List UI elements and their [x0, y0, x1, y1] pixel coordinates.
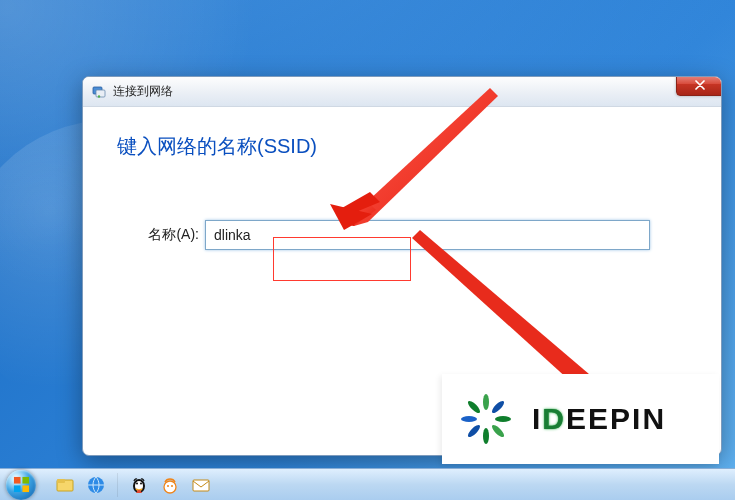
svg-marker-10 [412, 230, 596, 390]
network-icon [91, 84, 107, 100]
taskbar-mail-icon[interactable] [189, 473, 213, 497]
logo-text: IDEEPIN [532, 402, 666, 436]
taskbar-ali-icon[interactable] [158, 473, 182, 497]
svg-point-18 [483, 394, 489, 410]
svg-point-33 [171, 485, 173, 487]
svg-point-15 [466, 423, 482, 439]
taskbar-explorer-icon[interactable] [53, 473, 77, 497]
ssid-field-label: 名称(A): [117, 226, 199, 244]
svg-point-31 [164, 481, 176, 493]
start-button[interactable] [6, 469, 46, 501]
taskbar[interactable] [0, 468, 735, 500]
watermark-logo: IDEEPIN [442, 374, 719, 464]
svg-rect-25 [57, 479, 65, 483]
annotation-arrow-1 [320, 80, 520, 230]
svg-point-12 [495, 416, 511, 422]
svg-rect-34 [193, 480, 209, 491]
taskbar-qq-icon[interactable] [127, 473, 151, 497]
svg-point-2 [98, 95, 100, 97]
svg-point-32 [167, 485, 169, 487]
close-button[interactable] [676, 76, 722, 96]
svg-point-13 [490, 423, 506, 439]
taskbar-browser-icon[interactable] [84, 473, 108, 497]
taskbar-separator [117, 473, 118, 497]
svg-rect-23 [22, 485, 29, 492]
svg-point-17 [466, 399, 482, 415]
logo-mark-icon [456, 389, 516, 449]
svg-rect-22 [13, 485, 20, 492]
svg-point-14 [483, 428, 489, 444]
svg-rect-1 [96, 90, 105, 97]
svg-rect-21 [22, 477, 29, 484]
svg-point-29 [136, 482, 138, 484]
svg-rect-20 [13, 477, 20, 484]
svg-marker-3 [354, 88, 498, 226]
close-icon [694, 80, 706, 90]
svg-point-16 [461, 416, 477, 422]
window-title: 连接到网络 [113, 83, 173, 100]
windows-logo-icon [13, 476, 30, 493]
svg-point-30 [140, 482, 142, 484]
svg-point-19 [490, 399, 506, 415]
